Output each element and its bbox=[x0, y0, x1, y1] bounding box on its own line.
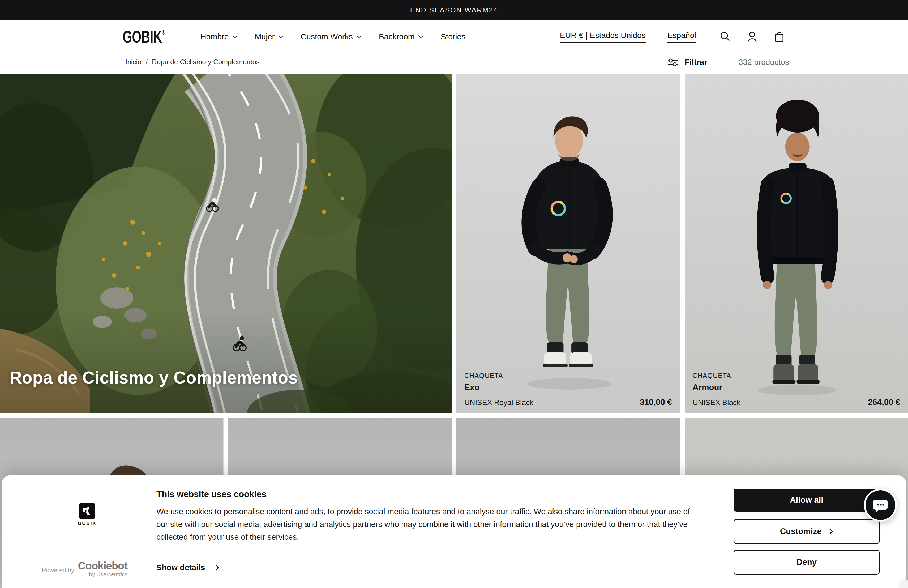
customize-button[interactable]: Customize bbox=[734, 519, 880, 544]
hero-overlay bbox=[0, 74, 452, 413]
language-selector[interactable]: Español bbox=[668, 31, 696, 43]
filter-button[interactable]: Filtrar bbox=[667, 58, 707, 67]
currency-region-selector[interactable]: EUR € | Estados Unidos bbox=[560, 31, 646, 43]
chat-bubble-icon bbox=[872, 496, 889, 514]
cookie-brand-name: GOBIK bbox=[78, 521, 97, 526]
nav-item-custom-works[interactable]: Custom Works bbox=[301, 32, 362, 41]
search-icon[interactable] bbox=[719, 31, 731, 43]
product-price: 264,00 € bbox=[868, 398, 900, 407]
product-colorway: UNISEX Royal Black bbox=[464, 398, 533, 407]
cart-icon[interactable] bbox=[773, 31, 785, 43]
gobik-logo-icon bbox=[79, 503, 95, 519]
breadcrumb-separator: / bbox=[146, 58, 148, 66]
product-name: Exo bbox=[464, 383, 672, 392]
announcement-bar: END SEASON WARM24 bbox=[0, 0, 908, 20]
header-utilities: EUR € | Estados Unidos Español bbox=[560, 31, 785, 43]
main-nav: Hombre Mujer Custom Works Backroom Stori… bbox=[200, 32, 465, 41]
collection-hero[interactable]: Ropa de Ciclismo y Complementos bbox=[0, 74, 452, 413]
nav-item-backroom[interactable]: Backroom bbox=[379, 32, 424, 41]
header: GOBIK® Hombre Mujer Custom Works Backroo… bbox=[0, 20, 908, 53]
toolbar-right: Filtrar 332 productos bbox=[667, 58, 789, 67]
brand-logo[interactable]: GOBIK® bbox=[123, 27, 165, 47]
breadcrumb-current: Ropa de Ciclismo y Complementos bbox=[152, 58, 260, 66]
cookie-brand-badge: GOBIK bbox=[78, 503, 97, 526]
page: END SEASON WARM24 GOBIK® Hombre Mujer Cu… bbox=[0, 0, 908, 588]
deny-button[interactable]: Deny bbox=[734, 550, 880, 575]
chevron-down-icon bbox=[278, 35, 284, 39]
chevron-right-icon bbox=[829, 528, 833, 535]
powered-by-label: Powered by bbox=[42, 567, 74, 578]
cookie-buttons: Allow all Customize Deny bbox=[734, 489, 880, 575]
chevron-down-icon bbox=[232, 35, 238, 39]
product-info: CHAQUETA Exo UNISEX Royal Black 310,00 € bbox=[464, 372, 672, 407]
chat-widget-button[interactable] bbox=[864, 489, 897, 522]
announcement-text: END SEASON WARM24 bbox=[410, 6, 498, 14]
cookie-body-text: We use cookies to personalise content an… bbox=[156, 505, 701, 543]
product-category: CHAQUETA bbox=[464, 372, 672, 380]
filter-sliders-icon bbox=[667, 58, 678, 67]
account-icon[interactable] bbox=[746, 31, 758, 43]
product-category: CHAQUETA bbox=[693, 372, 900, 380]
product-name: Armour bbox=[693, 383, 900, 392]
chevron-right-icon bbox=[214, 564, 219, 572]
product-card-armour[interactable]: CHAQUETA Armour UNISEX Black 264,00 € bbox=[685, 74, 908, 413]
chevron-down-icon bbox=[356, 35, 362, 39]
show-details-link[interactable]: Show details bbox=[156, 563, 219, 572]
usercentrics-label: by Usercentrics bbox=[89, 571, 127, 578]
allow-all-button[interactable]: Allow all bbox=[734, 489, 880, 512]
nav-item-mujer[interactable]: Mujer bbox=[255, 32, 284, 41]
product-image-armour bbox=[685, 74, 908, 413]
breadcrumb-home[interactable]: Inicio bbox=[125, 58, 142, 66]
product-colorway: UNISEX Black bbox=[693, 398, 741, 407]
nav-item-stories[interactable]: Stories bbox=[441, 32, 465, 41]
cookiebot-logo: Cookiebot bbox=[78, 560, 127, 572]
product-image-exo bbox=[456, 74, 680, 413]
cookie-title: This website uses cookies bbox=[156, 489, 267, 499]
collection-title: Ropa de Ciclismo y Complementos bbox=[10, 368, 298, 388]
cookie-consent-dialog: GOBIK This website uses cookies We use c… bbox=[2, 475, 906, 588]
toolbar: Inicio / Ropa de Ciclismo y Complementos… bbox=[0, 53, 908, 74]
product-card-exo[interactable]: CHAQUETA Exo UNISEX Royal Black 310,00 € bbox=[456, 74, 680, 413]
product-price: 310,00 € bbox=[640, 398, 672, 407]
chevron-down-icon bbox=[418, 35, 424, 39]
registered-mark: ® bbox=[162, 29, 165, 35]
product-count: 332 productos bbox=[739, 58, 789, 67]
nav-item-hombre[interactable]: Hombre bbox=[200, 32, 238, 41]
cookiebot-attribution[interactable]: Powered by Cookiebot by Usercentrics bbox=[42, 560, 127, 578]
product-info: CHAQUETA Armour UNISEX Black 264,00 € bbox=[693, 372, 900, 407]
breadcrumb: Inicio / Ropa de Ciclismo y Complementos bbox=[125, 58, 260, 66]
